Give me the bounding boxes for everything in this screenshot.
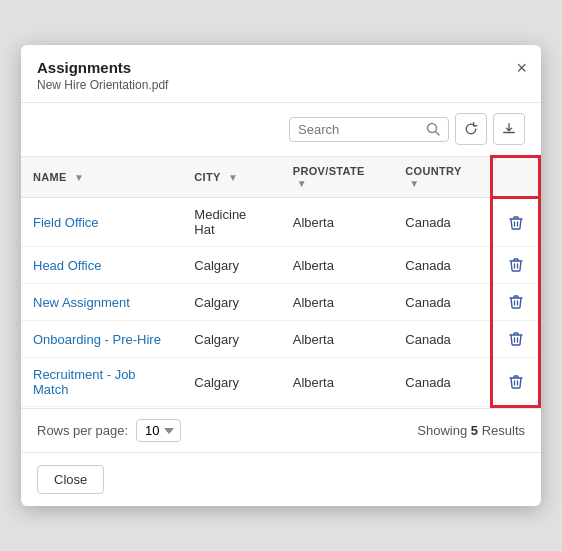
table-row: Recruitment - Job MatchCalgaryAlbertaCan… xyxy=(21,358,540,407)
refresh-button[interactable] xyxy=(455,113,487,145)
assignment-link[interactable]: Onboarding - Pre-Hire xyxy=(33,332,161,347)
trash-icon xyxy=(509,331,523,347)
delete-cell xyxy=(492,284,540,321)
trash-icon xyxy=(509,294,523,310)
col-header-city[interactable]: CITY ▼ xyxy=(182,157,280,198)
cell-name: New Assignment xyxy=(21,284,182,321)
assignment-link[interactable]: Field Office xyxy=(33,215,99,230)
cell-country: Canada xyxy=(393,321,491,358)
delete-cell xyxy=(492,358,540,407)
cell-name: Recruitment - Job Match xyxy=(21,358,182,407)
cell-name: Head Office xyxy=(21,247,182,284)
delete-button[interactable] xyxy=(501,290,531,314)
search-input[interactable] xyxy=(298,122,420,137)
rows-per-page-control: Rows per page: 102550 xyxy=(37,419,181,442)
cell-city: Calgary xyxy=(182,321,280,358)
col-header-country[interactable]: COUNTRY ▼ xyxy=(393,157,491,198)
col-header-name[interactable]: NAME ▼ xyxy=(21,157,182,198)
delete-cell xyxy=(492,321,540,358)
modal-header: Assignments New Hire Orientation.pdf × xyxy=(21,45,541,103)
assignments-modal: Assignments New Hire Orientation.pdf × xyxy=(21,45,541,506)
download-button[interactable] xyxy=(493,113,525,145)
cell-prov: Alberta xyxy=(281,358,394,407)
delete-cell xyxy=(492,198,540,247)
cell-city: Calgary xyxy=(182,247,280,284)
trash-icon xyxy=(509,374,523,390)
delete-button[interactable] xyxy=(501,253,531,277)
search-icon xyxy=(426,122,440,136)
cell-city: Calgary xyxy=(182,358,280,407)
assignment-link[interactable]: Recruitment - Job Match xyxy=(33,367,136,397)
refresh-icon xyxy=(464,122,478,136)
cell-country: Canada xyxy=(393,284,491,321)
cell-name: Field Office xyxy=(21,198,182,247)
pagination-footer: Rows per page: 102550 Showing 5 Results xyxy=(21,408,541,452)
delete-cell xyxy=(492,247,540,284)
cell-name: Onboarding - Pre-Hire xyxy=(21,321,182,358)
toolbar xyxy=(21,103,541,155)
assignment-link[interactable]: New Assignment xyxy=(33,295,130,310)
filter-prov-icon: ▼ xyxy=(297,178,307,189)
assignment-link[interactable]: Head Office xyxy=(33,258,101,273)
table-row: Onboarding - Pre-HireCalgaryAlbertaCanad… xyxy=(21,321,540,358)
close-button[interactable]: Close xyxy=(37,465,104,494)
filter-country-icon: ▼ xyxy=(409,178,419,189)
modal-title: Assignments xyxy=(37,59,525,76)
cell-prov: Alberta xyxy=(281,321,394,358)
rows-per-page-select[interactable]: 102550 xyxy=(136,419,181,442)
rows-per-page-label: Rows per page: xyxy=(37,423,128,438)
trash-icon xyxy=(509,257,523,273)
delete-button[interactable] xyxy=(501,327,531,351)
table-row: Field OfficeMedicine HatAlbertaCanada xyxy=(21,198,540,247)
filter-city-icon: ▼ xyxy=(228,172,238,183)
table-row: Head OfficeCalgaryAlbertaCanada xyxy=(21,247,540,284)
download-icon xyxy=(502,122,516,136)
close-icon[interactable]: × xyxy=(516,59,527,77)
table-row: New AssignmentCalgaryAlbertaCanada xyxy=(21,284,540,321)
cell-prov: Alberta xyxy=(281,198,394,247)
cell-prov: Alberta xyxy=(281,247,394,284)
modal-footer: Close xyxy=(21,452,541,506)
filter-name-icon: ▼ xyxy=(74,172,84,183)
delete-button[interactable] xyxy=(501,211,531,235)
results-count: 5 xyxy=(471,423,482,438)
trash-icon xyxy=(509,215,523,231)
delete-button[interactable] xyxy=(501,370,531,394)
assignments-table: NAME ▼ CITY ▼ PROV/STATE ▼ COUNTRY ▼ xyxy=(21,155,541,408)
cell-country: Canada xyxy=(393,198,491,247)
col-header-action xyxy=(492,157,540,198)
modal-subtitle: New Hire Orientation.pdf xyxy=(37,78,525,92)
search-box xyxy=(289,117,449,142)
cell-city: Calgary xyxy=(182,284,280,321)
cell-country: Canada xyxy=(393,247,491,284)
svg-line-1 xyxy=(436,132,440,136)
results-text: Showing 5 Results xyxy=(417,423,525,438)
cell-prov: Alberta xyxy=(281,284,394,321)
cell-country: Canada xyxy=(393,358,491,407)
col-header-prov[interactable]: PROV/STATE ▼ xyxy=(281,157,394,198)
cell-city: Medicine Hat xyxy=(182,198,280,247)
